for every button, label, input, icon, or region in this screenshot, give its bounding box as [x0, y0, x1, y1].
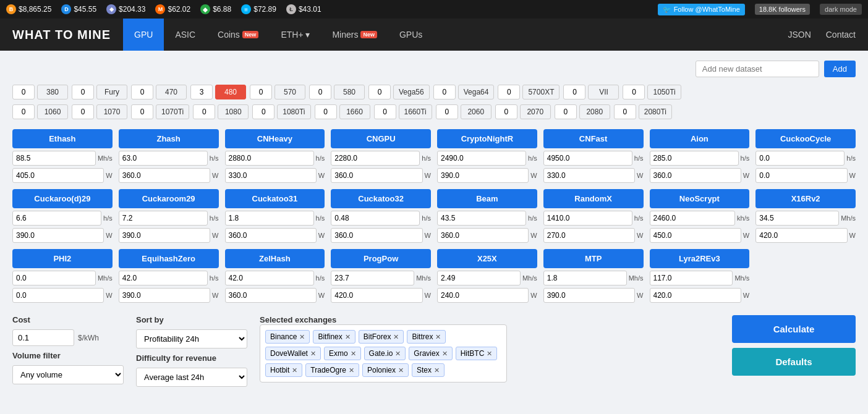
algo-speed-input-cuckarood29[interactable]	[12, 211, 101, 226]
remove-stex[interactable]: ✕	[434, 366, 440, 374]
algo-speed-input-aion[interactable]	[650, 151, 739, 166]
algo-power-input-mtp[interactable]	[543, 288, 635, 303]
algo-power-input-cuckatoo32[interactable]	[331, 228, 422, 243]
remove-bittrex[interactable]: ✕	[435, 333, 441, 341]
gpu-count-1660ti[interactable]	[374, 104, 396, 119]
algo-power-input-aion[interactable]	[650, 168, 741, 183]
algo-btn-ethash[interactable]: Ethash	[12, 129, 113, 148]
algo-speed-input-zhash[interactable]	[119, 151, 208, 166]
algo-btn-neoscrypt[interactable]: NeoScrypt	[650, 189, 750, 208]
algo-btn-phi2[interactable]: PHI2	[12, 249, 113, 268]
algo-power-input-cuckatoo31[interactable]	[225, 228, 317, 243]
nav-item-gpus[interactable]: GPUs	[388, 19, 433, 51]
algo-power-input-x16rv2[interactable]	[755, 228, 847, 243]
difficulty-select[interactable]: Average last 24h	[136, 368, 247, 387]
gpu-count-1080ti[interactable]	[252, 104, 274, 119]
remove-hotbit[interactable]: ✕	[292, 366, 297, 374]
gpu-count-2070[interactable]	[495, 104, 517, 119]
algo-power-input-zelhash[interactable]	[225, 288, 317, 303]
algo-power-input-x25x[interactable]	[437, 288, 529, 303]
defaults-button[interactable]: Defaults	[732, 348, 856, 376]
remove-graviex[interactable]: ✕	[442, 350, 448, 358]
cost-input[interactable]	[12, 329, 74, 346]
algo-speed-input-cryptonightr[interactable]	[437, 151, 526, 166]
gpu-count-vega64[interactable]	[433, 85, 456, 99]
nav-json[interactable]: JSON	[788, 30, 811, 40]
algo-speed-input-cnfast[interactable]	[543, 151, 632, 166]
nav-contact[interactable]: Contact	[826, 30, 856, 40]
follow-button[interactable]: 🐦 Follow @WhatToMine	[658, 4, 745, 15]
algo-btn-cnfast[interactable]: CNFast	[543, 129, 644, 148]
algo-btn-x16rv2[interactable]: X16Rv2	[755, 189, 856, 208]
algo-btn-randomx[interactable]: RandomX	[543, 189, 644, 208]
algo-speed-input-equihashzero[interactable]	[119, 271, 208, 285]
algo-speed-input-cuckoocycle[interactable]	[755, 151, 845, 166]
gpu-count-480[interactable]	[190, 85, 213, 99]
algo-btn-cuckatoo32[interactable]: Cuckatoo32	[331, 189, 431, 208]
gpu-count-380[interactable]	[12, 85, 35, 99]
algo-btn-cryptonightr[interactable]: CryptoNightR	[437, 129, 537, 148]
nav-item-gpu[interactable]: GPU	[123, 19, 164, 51]
gpu-count-2060[interactable]	[436, 104, 458, 119]
gpu-count-570[interactable]	[250, 85, 272, 99]
remove-bitfinex[interactable]: ✕	[345, 333, 351, 341]
algo-btn-aion[interactable]: Aion	[650, 129, 750, 148]
remove-bitforex[interactable]: ✕	[393, 333, 399, 341]
remove-tradeogre[interactable]: ✕	[349, 366, 354, 374]
algo-power-input-progpow[interactable]	[331, 288, 422, 303]
algo-speed-input-randomx[interactable]	[543, 211, 632, 226]
algo-power-input-lyra2rev3[interactable]	[650, 288, 741, 303]
algo-speed-input-progpow[interactable]	[331, 271, 414, 285]
gpu-count-2080[interactable]	[555, 104, 577, 119]
algo-speed-input-mtp[interactable]	[543, 271, 627, 285]
nav-item-coins[interactable]: Coins New	[206, 19, 270, 51]
remove-gateio[interactable]: ✕	[395, 350, 401, 358]
algo-speed-input-neoscrypt[interactable]	[650, 211, 736, 226]
algo-speed-input-cuckaroom29[interactable]	[119, 211, 208, 226]
algo-speed-input-lyra2rev3[interactable]	[650, 271, 733, 285]
algo-power-input-ethash[interactable]	[12, 168, 104, 183]
gpu-count-470[interactable]	[131, 85, 153, 99]
algo-speed-input-zelhash[interactable]	[225, 271, 314, 285]
gpu-count-vega56[interactable]	[368, 85, 391, 99]
algo-btn-zelhash[interactable]: ZelHash	[225, 249, 325, 268]
algo-btn-beam[interactable]: Beam	[437, 189, 537, 208]
gpu-count-580[interactable]	[309, 85, 331, 99]
algo-power-input-cnheavy[interactable]	[225, 168, 317, 183]
remove-poloniex[interactable]: ✕	[398, 366, 404, 374]
gpu-count-1080[interactable]	[193, 104, 215, 119]
algo-speed-input-phi2[interactable]	[12, 271, 96, 285]
gpu-count-1060[interactable]	[12, 104, 35, 119]
algo-power-input-neoscrypt[interactable]	[650, 228, 741, 243]
add-dataset-button[interactable]: Add	[824, 61, 856, 77]
algo-btn-cuckarood29[interactable]: Cuckaroo(d)29	[12, 189, 113, 208]
algo-btn-cuckatoo31[interactable]: Cuckatoo31	[225, 189, 325, 208]
algo-speed-input-x25x[interactable]	[437, 271, 521, 285]
dataset-input[interactable]	[696, 61, 819, 77]
algo-speed-input-cuckatoo31[interactable]	[225, 211, 314, 226]
algo-power-input-cuckaroom29[interactable]	[119, 228, 210, 243]
algo-power-input-beam[interactable]	[437, 228, 529, 243]
algo-btn-mtp[interactable]: MTP	[543, 249, 644, 268]
algo-power-input-equihashzero[interactable]	[119, 288, 210, 303]
remove-dovewallet[interactable]: ✕	[310, 350, 316, 358]
remove-hitbtc[interactable]: ✕	[487, 350, 492, 358]
algo-power-input-cnfast[interactable]	[543, 168, 635, 183]
algo-btn-equihashzero[interactable]: EquihashZero	[119, 249, 219, 268]
nav-item-miners[interactable]: Miners New	[321, 19, 388, 51]
dark-mode-button[interactable]: dark mode	[820, 4, 862, 15]
gpu-count-1050ti[interactable]	[623, 85, 645, 99]
algo-power-input-phi2[interactable]	[12, 288, 104, 303]
gpu-count-fury[interactable]	[72, 85, 94, 99]
algo-power-input-cuckarood29[interactable]	[12, 228, 104, 243]
gpu-count-1070[interactable]	[72, 104, 94, 119]
gpu-count-vii[interactable]	[563, 85, 585, 99]
sortby-select[interactable]: Profitability 24h	[136, 329, 247, 349]
algo-btn-cuckoocycle[interactable]: CuckooCycle	[755, 129, 856, 148]
algo-speed-input-x16rv2[interactable]	[755, 211, 839, 226]
gpu-count-1070ti[interactable]	[131, 104, 153, 119]
gpu-count-5700xt[interactable]	[498, 85, 520, 99]
algo-speed-input-cuckatoo32[interactable]	[331, 211, 420, 226]
nav-item-asic[interactable]: ASIC	[164, 19, 206, 51]
algo-power-input-cngpu[interactable]	[331, 168, 422, 183]
